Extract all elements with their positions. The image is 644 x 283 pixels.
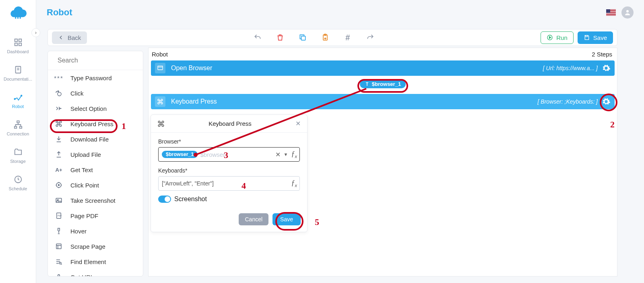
action-item[interactable]: Scrape Page [48, 239, 143, 254]
svg-rect-35 [56, 244, 61, 249]
header: Robot [36, 0, 644, 25]
variable-chip-row: $browser_1 [149, 76, 617, 94]
action-item[interactable]: Take Screenshot [48, 193, 143, 208]
browser-tag[interactable]: $browser_1 [162, 151, 198, 158]
save-button[interactable]: Save [578, 31, 613, 44]
cancel-button[interactable]: Cancel [239, 213, 268, 225]
toolbar-center: # [87, 33, 541, 42]
variable-chip-label: $browser_1 [372, 81, 401, 87]
action-item[interactable]: Download File [48, 131, 143, 147]
action-item-label: Select Option [70, 105, 107, 112]
rail-dashboard[interactable]: Dashboard [0, 32, 36, 60]
command-icon [157, 120, 165, 127]
svg-rect-17 [301, 36, 305, 40]
rail-label: Documentati... [4, 77, 32, 81]
screenshot-toggle[interactable] [158, 196, 171, 203]
gear-icon[interactable] [602, 97, 611, 106]
property-panel: Keyboard Press ✕ Browser* $browser_1 $br… [151, 114, 308, 232]
action-item-label: Scrape Page [70, 243, 105, 250]
undo-icon[interactable] [254, 33, 262, 42]
svg-rect-13 [14, 127, 17, 129]
rail-schedule[interactable]: Schedule [0, 169, 36, 197]
action-item[interactable]: Find Element [48, 254, 143, 269]
redo-icon[interactable] [366, 33, 374, 42]
action-icon [54, 150, 63, 159]
avatar[interactable] [621, 6, 634, 19]
keyboards-input[interactable]: ƒx [158, 176, 300, 191]
action-icon [54, 104, 63, 113]
delete-icon[interactable] [276, 33, 284, 42]
rail-label: Schedule [9, 186, 27, 191]
svg-rect-21 [586, 35, 588, 37]
svg-point-11 [21, 95, 22, 96]
action-item[interactable]: Upload File [48, 147, 143, 162]
action-item-label: Keyboard Press [70, 121, 114, 127]
hash-icon[interactable]: # [344, 33, 352, 42]
action-item[interactable]: Hover [48, 223, 143, 239]
action-item[interactable]: Select Option [48, 101, 143, 116]
action-item[interactable]: Get URL [48, 269, 143, 276]
action-item-label: Get URL [70, 274, 94, 277]
action-icon: PDF [54, 211, 63, 220]
step-title: Keyboard Press [171, 98, 217, 105]
copy-icon[interactable] [299, 33, 307, 42]
svg-rect-2 [19, 15, 21, 19]
save-step-button[interactable]: Save [272, 213, 301, 225]
back-button[interactable]: Back [52, 31, 87, 44]
action-item[interactable]: Click Point [48, 177, 143, 193]
action-icon [54, 181, 63, 189]
close-icon[interactable]: ✕ [295, 120, 301, 127]
fx-icon[interactable]: ƒx [291, 150, 297, 159]
svg-text:PDF: PDF [58, 214, 62, 217]
browser-input[interactable]: $browser_1 $browser ✕ ▼ ƒx [158, 147, 300, 162]
run-button[interactable]: Run [541, 31, 574, 44]
variable-chip[interactable]: $browser_1 [360, 80, 406, 88]
step-detail: [ Browser: ;Keyboards: ] [538, 98, 598, 105]
step-title: Open Browser [171, 65, 212, 72]
action-item-label: Page PDF [70, 212, 98, 219]
svg-rect-5 [14, 43, 17, 46]
rail-collapse-toggle[interactable]: › [31, 28, 40, 37]
action-item[interactable]: Keyboard Press [48, 116, 143, 131]
run-label: Run [556, 34, 568, 41]
fx-icon[interactable]: ƒx [291, 179, 297, 188]
text-icon [365, 82, 369, 87]
gear-icon[interactable] [602, 64, 611, 73]
rail-storage[interactable]: Storage [0, 142, 36, 169]
svg-point-26 [58, 185, 60, 186]
chevron-down-icon[interactable]: ▼ [284, 152, 288, 157]
browser-icon [155, 63, 165, 73]
keyboards-field[interactable] [162, 180, 283, 187]
toolbar: Back # Run Save [47, 29, 617, 46]
paste-icon[interactable] [321, 33, 329, 42]
clear-icon[interactable]: ✕ [275, 151, 281, 158]
step-detail: [ Url: https://www.a... ] [543, 65, 598, 71]
action-item[interactable]: PDFPage PDF [48, 208, 143, 223]
rail-label: Connection [7, 131, 29, 136]
svg-rect-4 [19, 39, 21, 42]
rail-connection[interactable]: Connection [0, 114, 36, 142]
svg-point-16 [626, 10, 629, 12]
action-item-label: Upload File [70, 151, 101, 158]
action-item[interactable]: A+Get Text [48, 162, 143, 177]
locale-flag-us[interactable] [606, 9, 616, 16]
page-title: Robot [47, 7, 72, 18]
browser-placeholder: $browser [200, 151, 225, 158]
search-box [48, 51, 143, 70]
action-item-label: Hover [70, 228, 87, 235]
rail-label: Dashboard [7, 49, 29, 54]
panel-title: Keyboard Press [165, 120, 295, 127]
action-item[interactable]: Click [48, 85, 143, 101]
rail-robot[interactable]: Robot [0, 87, 36, 114]
svg-rect-14 [19, 127, 21, 129]
action-icon [54, 196, 63, 205]
logo-icon [9, 4, 27, 20]
action-icon: *** [54, 73, 63, 82]
search-input[interactable] [58, 57, 138, 64]
rail-documentation[interactable]: Documentati... [0, 60, 36, 87]
action-item-label: Click [70, 90, 84, 97]
step-keyboard-press[interactable]: Keyboard Press [ Browser: ;Keyboards: ] [151, 94, 615, 109]
action-item[interactable]: ***Type Password [48, 70, 143, 85]
step-open-browser[interactable]: Open Browser [ Url: https://www.a... ] [151, 60, 615, 76]
svg-rect-44 [158, 66, 163, 70]
